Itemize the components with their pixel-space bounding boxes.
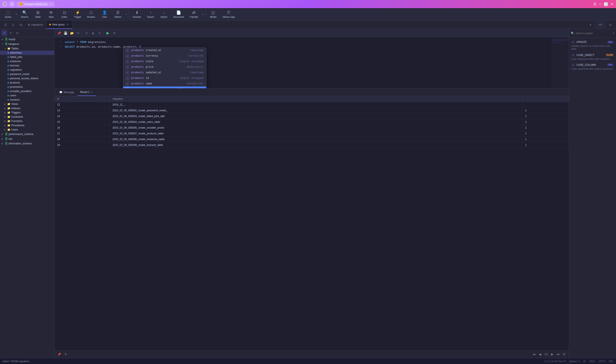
table-row[interactable]: 16 2023_02_09_000005_create_socialite_pr… (55, 125, 569, 131)
col-header-migration[interactable]: migration (110, 96, 523, 102)
results-refresh-btn[interactable]: ↻ (63, 352, 68, 357)
sidebar-item-functions[interactable]: ▶ 📁 Functions (0, 119, 54, 123)
pagination-last-btn[interactable]: ⏭ (556, 352, 561, 357)
sidebar-item-failed-jobs[interactable]: ⊞ failed_jobs (0, 55, 54, 59)
tabbar-grid-icon[interactable]: ⊡ (9, 21, 17, 29)
ac-item-price[interactable]: ⊞ products price double(8,2) (123, 64, 206, 70)
snippet-search-bar[interactable]: 🔍 ▾ (569, 29, 616, 38)
history-logs-toolbar-button[interactable]: ⏱ History logs (220, 9, 237, 19)
transfer-dropdown-arrow[interactable]: ▾ (201, 12, 204, 16)
sidebar-item-products[interactable]: ⊞ products (0, 80, 54, 85)
sidebar-item-procedures[interactable]: ▶ 📁 Procedures (0, 123, 54, 128)
query-toolbar-item[interactable]: ⬚ Query ▾ (2, 9, 18, 19)
view-toolbar-button[interactable]: 👁 View (45, 9, 57, 19)
new-tab-button[interactable]: + (9, 1, 15, 7)
tabbar-table-icon[interactable]: ⊞ (17, 21, 25, 29)
sidebar-item-triggers[interactable]: ▶ 📁 Triggers (0, 110, 54, 115)
import-toolbar-button[interactable]: ↓ Import (157, 9, 170, 19)
result1-tab-close[interactable]: ✕ (91, 91, 93, 93)
trigger-toolbar-button[interactable]: ⚡ Trigger (71, 9, 84, 19)
sidebar-item-password-resets[interactable]: ⊞ password_resets (0, 72, 54, 76)
search-toolbar-button[interactable]: 🔍 Search (18, 9, 31, 19)
sidebar-item-contraints[interactable]: ▶ 📁 Contraints (0, 115, 54, 119)
sidebar-item-views[interactable]: ▶ 📁 Views (0, 102, 54, 106)
align-left-btn[interactable]: ≡ (84, 30, 89, 36)
tabbar-dropdown-arrow[interactable]: ▾ (587, 21, 594, 29)
results-pin-btn[interactable]: 📌 (57, 352, 62, 357)
sidebar-item-users-node[interactable]: ▶ 📁 Users (0, 128, 54, 132)
menu-button[interactable]: ☰ (593, 2, 596, 6)
sidebar-item-sys[interactable]: ▶ 🗄 sys (0, 136, 54, 141)
others-dropdown-arrow[interactable]: ▾ (125, 12, 127, 16)
tab-message[interactable]: 💬 Message (56, 89, 77, 96)
pagination-next-btn[interactable]: ▶ (550, 352, 555, 357)
pagination-prev-btn[interactable]: ◀ (537, 352, 543, 357)
query-dropdown-arrow[interactable]: ▾ (15, 12, 18, 16)
restore-button[interactable]: ⬜ (604, 2, 608, 6)
ac-item-created-at[interactable]: ⊞ products created_at timestamp (123, 48, 206, 53)
sidebar-item-personal-access-tokens[interactable]: ⊞ personal_access_tokens (0, 76, 54, 80)
model-toolbar-button[interactable]: ◫ Model (207, 9, 220, 19)
table-row[interactable]: 13 2023_02_09_000002_create_password_res… (55, 108, 569, 113)
run-query-btn[interactable]: ▶ (105, 30, 110, 36)
snippet-search-input[interactable] (575, 32, 612, 35)
ac-item-id[interactable]: ⊞ products id bigint unsigned (123, 75, 206, 81)
sidebar-item-versions[interactable]: ⊞ versions (0, 98, 54, 102)
data-table-wrapper[interactable]: id migration 12 2019_12_... 13 (55, 96, 569, 350)
document-toolbar-button[interactable]: 📄 Document (171, 9, 187, 19)
user-toolbar-button[interactable]: 👤 User (98, 9, 111, 19)
query-button[interactable]: ⬚ Query (2, 9, 14, 19)
sidebar-list-view-btn[interactable]: ☰ (1, 30, 7, 36)
snippet-item-case-column[interactable]: </> CASE_COLUMN DML Case statementt with… (569, 62, 616, 72)
ac-item-currency[interactable]: ⊞ products currency varchar(8) (123, 53, 206, 59)
sidebar-item-users[interactable]: ⊞ users (0, 93, 54, 98)
ac-item-name[interactable]: ⊞ products name varchar(32) (123, 81, 206, 87)
tab-migrations[interactable]: ⊞ migrations (25, 21, 46, 29)
pagination-menu-btn[interactable]: ☰ (562, 352, 567, 357)
title-tab[interactable]: 🦘 Kangaroo@MySQL × (17, 1, 55, 7)
dumper-toolbar-button[interactable]: ⬇ Dumper (130, 9, 144, 19)
transfer-toolbar-item[interactable]: ⇄ Transfer ▾ (187, 9, 204, 19)
align-center-btn[interactable]: ≣ (90, 30, 96, 36)
others-toolbar-item[interactable]: ☰ Others ▾ (111, 9, 127, 19)
ac-item-updated-at[interactable]: ⊞ products updated_at timestamp (123, 70, 206, 75)
sidebar-table-view-btn[interactable]: ⊞ (14, 30, 20, 36)
sidebar-item-licenses[interactable]: ⊞ licenses (0, 64, 54, 68)
ac-item-description[interactable]: ⊞ products description varchar(256) (123, 87, 206, 89)
autocomplete-dropdown[interactable]: ⊞ products created_at timestamp ⊞ produc… (123, 47, 206, 89)
pagination-first-btn[interactable]: ⏮ (532, 352, 537, 357)
tab-new-query-close[interactable]: ✕ (66, 23, 69, 26)
sidebar-item-kangaroo[interactable]: ▼ 🗄 kangaroo (0, 42, 54, 46)
tab-new-query[interactable]: New query ✕ (46, 21, 72, 29)
close-button[interactable]: ✕ (611, 2, 614, 6)
sidebar-item-performance-schema[interactable]: ▶ 🗄 performance_schema (0, 132, 54, 136)
table-row[interactable]: 12 2019_12_... (55, 102, 569, 108)
sidebar-item-indexes[interactable]: ▶ 📁 Indexes (0, 106, 54, 110)
minimize-button[interactable]: ─ (599, 2, 601, 6)
export-toolbar-button[interactable]: ↑ Export (144, 9, 157, 19)
table-toolbar-button[interactable]: ⊞ Table (31, 9, 44, 19)
others-button[interactable]: ☰ Others (111, 9, 124, 19)
snippet-item-update[interactable]: </> UPDATE DML Update columns of a exist… (569, 39, 616, 52)
tabbar-code-icon[interactable]: </> (595, 21, 606, 29)
save-tool-btn[interactable]: 💾 (63, 30, 68, 36)
sidebar-item-tables[interactable]: ▼ 📁 Tables (0, 46, 54, 51)
tab-result-1[interactable]: Result 1 ✕ (77, 89, 96, 96)
routine-toolbar-button[interactable]: ⬡ Routine (84, 9, 98, 19)
table-row[interactable]: 18 2023_02_09_000008_create_instances_ta… (55, 136, 569, 142)
col-header-id[interactable]: id (55, 96, 110, 102)
table-row[interactable]: 14 2023_02_09_000003_create_failed_jobs_… (55, 113, 569, 119)
open-tool-btn[interactable]: 📂 (69, 30, 75, 36)
tabbar-split-icon[interactable]: ⊟ (607, 21, 614, 29)
sidebar-grid-view-btn[interactable]: ⊡ (8, 30, 14, 36)
tab-close-button[interactable]: × (49, 2, 52, 6)
code-editor[interactable]: 1 select * FROM migrations; 2 SELECT pro… (55, 37, 569, 89)
sidebar-item-promotions[interactable]: ⊞ promotions (0, 85, 54, 89)
list-btn[interactable]: ≡ (97, 30, 102, 36)
run-dropdown-btn[interactable]: ▾ (111, 30, 117, 36)
ac-item-state[interactable]: ⊞ products state tinyint unsigned (123, 59, 206, 64)
tabbar-list-icon[interactable]: ☰ (2, 21, 9, 29)
status-line-ending[interactable]: CRLF (589, 360, 595, 363)
transfer-button[interactable]: ⇄ Transfer (187, 9, 201, 19)
sidebar-item-information-schema[interactable]: ▶ 🗄 information_schema (0, 141, 54, 146)
